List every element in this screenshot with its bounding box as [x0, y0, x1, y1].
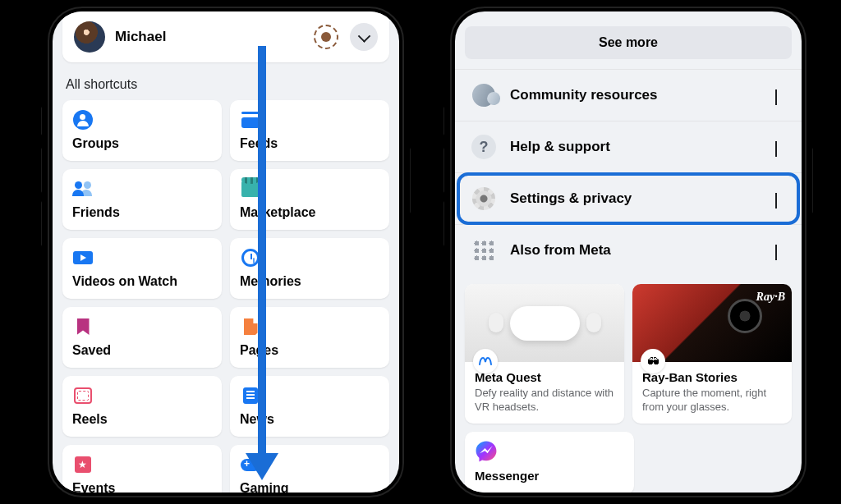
shortcut-pages[interactable]: Pages	[230, 307, 389, 368]
shortcut-label: News	[240, 412, 379, 427]
phone-side-button	[41, 148, 42, 193]
profile-card[interactable]: Michael	[62, 11, 389, 62]
shortcut-videos-on-watch[interactable]: Videos on Watch	[62, 238, 222, 299]
groups-icon	[73, 110, 93, 130]
apps-icon	[473, 240, 494, 261]
meta-card-title: Meta Quest	[475, 370, 614, 384]
shortcut-saved[interactable]: Saved	[62, 307, 222, 368]
chevron-up-icon	[775, 245, 787, 256]
menu-community-resources[interactable]: Community resources	[455, 69, 802, 121]
meta-card-messenger[interactable]: Messenger	[465, 432, 634, 493]
meta-card-rayban[interactable]: Ray·B 🕶 Ray-Ban Stories Capture the mome…	[632, 284, 792, 424]
meta-card-title: Ray-Ban Stories	[642, 370, 782, 384]
marketplace-icon	[241, 181, 260, 197]
phone-side-button	[443, 148, 444, 193]
shortcut-groups[interactable]: Groups	[62, 100, 222, 161]
shortcut-label: Friends	[72, 205, 212, 220]
shortcut-marketplace[interactable]: Marketplace	[230, 169, 389, 230]
phone-frame-right: See more Community resources ? Help & su…	[443, 0, 813, 504]
saved-icon	[77, 318, 90, 335]
community-icon	[469, 80, 499, 110]
shortcut-label: Pages	[240, 343, 379, 358]
shortcut-events[interactable]: Events	[62, 445, 222, 493]
phone-side-button	[41, 201, 42, 246]
shortcut-label: Events	[72, 481, 212, 493]
shortcut-gaming[interactable]: Gaming	[230, 445, 389, 493]
shortcut-label: Feeds	[240, 136, 379, 151]
feeds-icon	[241, 112, 260, 128]
shortcut-news[interactable]: News	[230, 376, 389, 437]
menu-also-from-meta[interactable]: Also from Meta	[455, 224, 802, 276]
meta-card-title: Messenger	[475, 469, 624, 483]
meta-cards-grid: Meta Quest Defy reality and distance wit…	[455, 276, 802, 424]
help-icon: ?	[471, 135, 496, 159]
gaming-icon	[241, 459, 260, 471]
screen-right: See more Community resources ? Help & su…	[455, 11, 802, 493]
chevron-down-icon	[775, 141, 787, 153]
section-label: All shortcuts	[53, 71, 399, 100]
shortcut-label: Videos on Watch	[72, 274, 212, 289]
shortcut-reels[interactable]: Reels	[62, 376, 222, 437]
meta-logo-badge	[473, 349, 498, 373]
rayban-image: Ray·B 🕶	[632, 284, 792, 362]
shortcut-feeds[interactable]: Feeds	[230, 100, 389, 161]
phone-side-button	[41, 107, 42, 135]
menu-help-support[interactable]: ? Help & support	[455, 121, 802, 172]
menu-settings-privacy[interactable]: Settings & privacy	[455, 172, 802, 224]
reels-icon	[74, 387, 92, 404]
shortcut-memories[interactable]: Memories	[230, 238, 389, 299]
menu-label: Settings & privacy	[510, 190, 763, 207]
shortcuts-grid: Groups Feeds Friends Marketplace Videos …	[53, 100, 399, 493]
messenger-icon	[475, 440, 499, 465]
shortcut-label: Memories	[240, 274, 379, 289]
menu-label: Help & support	[510, 139, 763, 155]
sunglasses-badge: 🕶	[641, 349, 665, 373]
screen-left: Michael All shortcuts Groups Feeds Frien…	[53, 11, 399, 493]
shortcut-label: Saved	[72, 343, 212, 358]
avatar	[74, 21, 105, 53]
phone-frame-left: Michael All shortcuts Groups Feeds Frien…	[41, 0, 411, 504]
rayban-logo: Ray·B	[756, 291, 785, 304]
shortcut-label: Marketplace	[240, 205, 379, 220]
shortcut-label: Gaming	[240, 481, 379, 493]
video-icon	[73, 251, 93, 264]
shortcut-label: Reels	[72, 412, 212, 427]
meta-card-desc: Capture the moment, right from your glas…	[642, 387, 782, 415]
shortcut-friends[interactable]: Friends	[62, 169, 222, 230]
menu-label: Community resources	[510, 87, 763, 103]
profile-expand-button[interactable]	[350, 23, 378, 51]
phone-side-button	[443, 201, 444, 246]
chevron-down-icon	[775, 89, 787, 101]
phone-side-button	[443, 107, 444, 135]
news-icon	[243, 387, 258, 404]
see-more-button[interactable]: See more	[465, 26, 792, 59]
sync-icon[interactable]	[314, 25, 338, 49]
meta-quest-image	[465, 284, 624, 362]
memories-icon	[241, 249, 260, 267]
chevron-down-icon	[775, 193, 787, 204]
events-icon	[75, 456, 91, 473]
gear-icon	[472, 187, 495, 210]
profile-name: Michael	[115, 29, 304, 45]
meta-card-quest[interactable]: Meta Quest Defy reality and distance wit…	[465, 284, 624, 424]
menu-label: Also from Meta	[510, 242, 763, 259]
friends-icon	[72, 181, 94, 196]
phone-side-button	[410, 148, 411, 213]
pages-icon	[244, 318, 258, 335]
shortcut-label: Groups	[72, 136, 212, 151]
phone-side-button	[812, 148, 813, 213]
meta-card-desc: Defy reality and distance with VR headse…	[475, 387, 614, 415]
